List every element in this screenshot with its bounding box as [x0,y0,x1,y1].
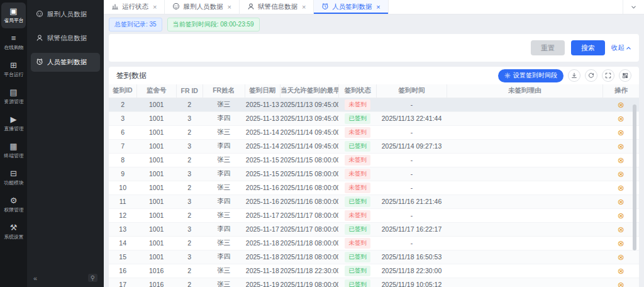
cell-fr-id: 2 [176,98,203,111]
cell-fr-id: 2 [176,208,203,222]
sign-action-icon[interactable]: ⊗ [618,252,625,262]
total-records-badge: 总签到记录: 35 [109,18,162,31]
table-row[interactable]: 16 1016 2 张三 2025-11-18 2025/11/18 22:30… [109,264,639,278]
gear-icon [504,72,511,79]
search-button[interactable]: 搜索 [571,40,605,55]
cell-room: 1001 [136,139,176,153]
cell-sign-id: 13 [109,222,136,236]
table-row[interactable]: 17 1016 2 张三 2025-11-19 2025/11/19 08:00… [109,278,639,287]
fullscreen-button[interactable] [602,69,614,82]
sign-action-icon[interactable]: ⊗ [618,211,625,220]
cell-earliest: 2025/11/17 08:00:00 [280,208,339,222]
cell-time: 2025/11/19 10:05:12 [377,278,447,287]
sign-action-icon[interactable]: ⊗ [618,114,625,123]
submenu-item[interactable]: 狱警信息数据 [31,29,100,48]
sidebar-rail-item[interactable]: ▣ 省局平台 [1,3,26,28]
table-row[interactable]: 10 1001 2 张三 2025-11-16 2025/11/16 08:00… [109,181,639,194]
cell-reason [447,153,602,167]
cell-reason [447,139,602,153]
sidebar-rail-item[interactable]: ⚙ 权限管理 [1,192,26,218]
table-row[interactable]: 12 1001 2 张三 2025-11-17 2025/11/17 08:00… [109,208,639,222]
collapse-filter-link[interactable]: 收起 [611,43,631,52]
sidebar-rail-item[interactable]: ▦ 终端管理 [1,138,26,164]
tab[interactable]: 狱警信息数据 × [240,0,314,14]
sidebar-rail-item[interactable]: ≡ 在线购物 [1,30,26,55]
submenu-item[interactable]: 人员签到数据 [31,53,100,72]
cell-fr-id: 2 [176,125,203,139]
sign-action-icon[interactable]: ⊗ [618,239,625,248]
cell-fr-id: 2 [176,181,203,194]
cell-room: 1001 [136,167,176,181]
cell-sign-id: 6 [109,125,136,139]
table-scrollbar[interactable] [633,104,636,250]
secondary-sidebar: 服刑人员数据 狱警信息数据 人员签到数据 « ⚲ [27,0,104,287]
cell-time: - [377,167,447,181]
cell-date: 2025-11-13 [245,111,280,125]
set-signin-period-button[interactable]: 设置签到时间段 [498,69,564,82]
refresh-button[interactable] [585,69,597,82]
download-button[interactable] [568,69,580,82]
sign-action-icon[interactable]: ⊗ [618,169,625,179]
sidebar-rail-item[interactable]: ▶ 直播管理 [1,111,26,137]
column-settings-button[interactable] [619,69,631,82]
cell-status: 未签到 [338,153,377,167]
pin-sidebar-icon[interactable]: ⚲ [88,274,97,282]
sign-action-icon[interactable]: ⊗ [618,128,625,137]
column-header: 未签到理由 [447,84,602,98]
tab-overflow-button[interactable] [623,0,644,14]
table-row[interactable]: 9 1001 3 李四 2025-11-15 2025/11/15 08:00:… [109,167,639,181]
cell-status: 未签到 [338,125,377,139]
sign-action-icon[interactable]: ⊗ [618,183,625,193]
sidebar-rail-item[interactable]: ▤ 资源管理 [1,84,26,110]
cell-sign-id: 7 [109,139,136,153]
tab-close-icon[interactable]: × [153,3,157,11]
cell-reason [447,98,602,111]
tab-close-icon[interactable]: × [227,3,231,11]
sidebar-rail-item[interactable]: ⊞ 平台运行 [1,57,26,82]
table-row[interactable]: 15 1001 3 李四 2025-11-18 2025/11/18 08:00… [109,250,639,264]
tab-bar: 运行状态 × 服刑人员数据 × 狱警信息数据 × 人员签到数据 × [104,0,644,14]
tab-close-icon[interactable]: × [302,3,306,11]
officer-icon [36,34,43,43]
table-row[interactable]: 6 1001 2 张三 2025-11-14 2025/11/14 09:45:… [109,125,639,139]
table-row[interactable]: 13 1001 3 李四 2025-11-17 2025/11/17 08:00… [109,222,639,236]
sign-action-icon[interactable]: ⊗ [618,280,625,287]
cell-fr-name: 张三 [203,98,245,111]
table-row[interactable]: 11 1001 3 李四 2025-11-16 2025/11/16 08:00… [109,194,639,208]
collapse-sidebar-icon[interactable]: « [33,274,37,282]
cell-earliest: 2025/11/18 22:30:00 [280,264,339,278]
column-header: 签到ID [109,84,136,98]
table-row[interactable]: 8 1001 2 张三 2025-11-15 2025/11/15 08:00:… [109,153,639,167]
modules-icon: ⊟ [10,169,17,177]
table-row[interactable]: 3 1001 3 李四 2025-11-13 2025/11/13 09:45:… [109,111,639,125]
cell-reason [447,236,602,250]
sign-action-icon[interactable]: ⊗ [618,225,625,234]
sidebar-rail-item[interactable]: ⚒ 系统设置 [1,219,26,245]
cell-operation: ⊗ [602,250,639,264]
sign-action-icon[interactable]: ⊗ [618,266,625,276]
sign-action-icon[interactable]: ⊗ [618,197,625,206]
table-row[interactable]: 2 1001 2 张三 2025-11-13 2025/11/13 09:45:… [109,98,639,111]
cell-earliest: 2025/11/14 09:45:00 [280,139,339,153]
sign-action-icon[interactable]: ⊗ [618,155,625,165]
cell-status: 未签到 [338,208,377,222]
tab[interactable]: 服刑人员数据 × [165,0,239,14]
alarm-icon [36,58,43,67]
tab-close-icon[interactable]: × [376,3,380,11]
cell-fr-name: 张三 [203,181,245,194]
cell-fr-id: 3 [176,222,203,236]
sign-action-icon[interactable]: ⊗ [618,142,625,151]
sidebar-rail-item[interactable]: ⊟ 功能模块 [1,165,26,191]
tab[interactable]: 运行状态 × [104,0,165,14]
tools-icon: ⚒ [10,223,18,232]
tab[interactable]: 人员签到数据 × [314,0,388,14]
submenu-item[interactable]: 服刑人员数据 [31,5,100,24]
cell-room: 1001 [136,194,176,208]
reset-button[interactable]: 重置 [531,40,565,55]
sign-action-icon[interactable]: ⊗ [618,100,625,110]
table-row[interactable]: 7 1001 3 李四 2025-11-14 2025/11/14 09:45:… [109,139,639,153]
table-row[interactable]: 14 1001 2 张三 2025-11-18 2025/11/18 08:00… [109,236,639,250]
cell-reason [447,264,602,278]
cell-earliest: 2025/11/18 08:00:00 [280,250,339,264]
cell-date: 2025-11-16 [245,181,280,194]
